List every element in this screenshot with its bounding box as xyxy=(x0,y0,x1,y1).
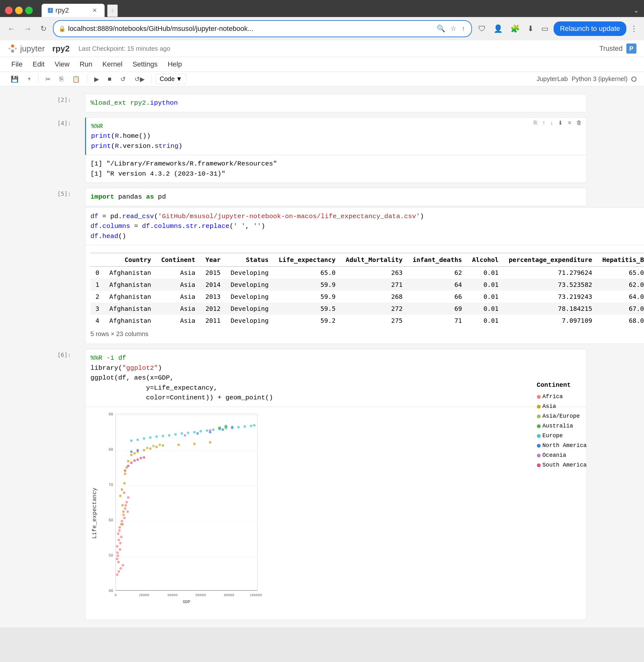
legend-australia: Australia xyxy=(537,422,586,430)
menu-file[interactable]: File xyxy=(7,59,26,70)
puzzle-icon[interactable]: 🧩 xyxy=(508,23,522,35)
refresh-button[interactable]: ↻ xyxy=(38,23,49,35)
save-button[interactable]: 💾 xyxy=(7,74,22,84)
cell-2-number: [2]: xyxy=(58,96,71,103)
new-tab-button[interactable]: + xyxy=(107,4,118,17)
download-icon[interactable]: ⬇ xyxy=(525,23,536,35)
td-3-year: 2012 xyxy=(200,303,226,315)
paste-button[interactable]: 📋 xyxy=(69,74,83,84)
browser-window: J rpy2 ✕ + ⌄ ← → ↻ 🔒 localhost:8889/note… xyxy=(0,0,644,40)
svg-point-98 xyxy=(127,465,130,467)
td-0-status: Developing xyxy=(226,267,274,279)
cell-copy-btn[interactable]: ⎘ xyxy=(532,119,539,127)
td-1-life: 59.9 xyxy=(274,279,341,291)
trusted-badge: Trusted xyxy=(599,44,623,53)
cell-2-magic: %load_ext rpy2. xyxy=(90,99,150,107)
svg-point-49 xyxy=(119,567,122,570)
svg-point-94 xyxy=(231,426,233,428)
svg-text:0: 0 xyxy=(115,593,117,597)
traffic-lights xyxy=(5,7,33,14)
cell-2-code[interactable]: %load_ext rpy2.ipython xyxy=(85,94,586,112)
maximize-button[interactable] xyxy=(25,7,33,14)
cell-4-number: [4]: xyxy=(58,120,71,127)
active-tab[interactable]: J rpy2 ✕ xyxy=(42,4,105,17)
browser-menu-icon[interactable]: ⋮ xyxy=(629,23,639,35)
menu-kernel[interactable]: Kernel xyxy=(99,59,127,70)
restart-button[interactable]: ↺ xyxy=(117,74,129,84)
cell-4-code[interactable]: ⎘ ↑ ↓ ⬇ ≡ 🗑 %%R print(R.home()) print(R.… xyxy=(85,117,586,155)
menu-view[interactable]: View xyxy=(51,59,73,70)
cell-5a-number: [5]: xyxy=(58,191,71,197)
cell-more-btn[interactable]: ≡ xyxy=(566,119,573,127)
svg-point-42 xyxy=(125,501,128,503)
minimize-button[interactable] xyxy=(15,7,23,14)
svg-point-50 xyxy=(122,564,124,567)
svg-text:40000: 40000 xyxy=(167,593,177,597)
svg-point-44 xyxy=(127,496,130,499)
jupyter-header: jupyter rpy2 Last Checkpoint: 15 minutes… xyxy=(0,40,644,57)
cell-download-btn[interactable]: ⬇ xyxy=(556,119,565,127)
menu-settings[interactable]: Settings xyxy=(129,59,162,70)
cell-type-selector[interactable]: Code ▼ xyxy=(156,74,186,84)
menu-edit[interactable]: Edit xyxy=(29,59,48,70)
scatter-svg: 40 50 60 70 80 90 xyxy=(100,411,264,606)
jupyter-app: jupyter rpy2 Last Checkpoint: 15 minutes… xyxy=(0,40,644,627)
menu-help[interactable]: Help xyxy=(164,59,186,70)
close-button[interactable] xyxy=(5,7,13,14)
relaunch-button[interactable]: Relaunch to update xyxy=(554,21,626,36)
notebook-name[interactable]: rpy2 xyxy=(52,44,70,53)
title-bar: J rpy2 ✕ + ⌄ xyxy=(0,0,644,17)
td-2-pct: 73.219243 xyxy=(504,291,597,303)
td-4-status: Developing xyxy=(226,315,274,327)
menu-run[interactable]: Run xyxy=(76,59,96,70)
svg-point-75 xyxy=(193,431,196,434)
restart-run-button[interactable]: ↺▶ xyxy=(131,74,148,84)
forward-button[interactable]: → xyxy=(21,23,34,35)
search-icon[interactable]: 🔍 xyxy=(435,23,446,34)
cell-5b-code[interactable]: df = pd.read_csv('GitHub/msusol/jupyter-… xyxy=(85,207,644,246)
svg-point-45 xyxy=(124,504,127,507)
checkpoint-text: Last Checkpoint: 15 minutes ago xyxy=(78,45,170,52)
svg-point-83 xyxy=(244,425,246,428)
jupyterlab-link[interactable]: JupyterLab xyxy=(536,75,568,83)
svg-point-86 xyxy=(155,435,158,438)
cell-5a-code[interactable]: import pandas as pd xyxy=(85,188,586,206)
copy-button[interactable]: ⎘ xyxy=(56,74,67,84)
svg-point-104 xyxy=(184,434,186,437)
as-kw: as xyxy=(146,193,154,200)
expand-icon[interactable]: ⌄ xyxy=(633,6,639,15)
add-cell-button[interactable]: + xyxy=(24,74,34,84)
svg-point-85 xyxy=(253,424,255,426)
td-2-hep: 64.0 xyxy=(597,291,644,303)
svg-point-91 xyxy=(196,432,199,435)
sidebar-icon[interactable]: ▭ xyxy=(539,23,551,35)
cut-button[interactable]: ✂ xyxy=(42,74,54,84)
svg-point-57 xyxy=(130,454,133,456)
extension-icon[interactable]: 🛡 xyxy=(476,23,488,35)
svg-point-77 xyxy=(206,429,208,432)
td-4-year: 2011 xyxy=(200,315,226,327)
jupyter-logo: jupyter xyxy=(7,44,45,53)
run-button[interactable]: ▶ xyxy=(91,74,102,84)
svg-point-73 xyxy=(181,432,183,435)
bookmark-icon[interactable]: ☆ xyxy=(449,23,458,34)
td-1-status: Developing xyxy=(226,279,274,291)
kernel-name: Python 3 (ipykernel) xyxy=(572,75,628,83)
cell-type-label: Code xyxy=(160,75,175,83)
share-icon[interactable]: ↑ xyxy=(460,23,466,34)
profiles-icon[interactable]: 👤 xyxy=(491,23,505,35)
cell-6-line3: y=Life_expectancy, xyxy=(90,383,581,393)
svg-point-0 xyxy=(11,44,14,48)
back-button[interactable]: ← xyxy=(5,23,18,35)
cell-4-toolbar: ⎘ ↑ ↓ ⬇ ≡ 🗑 xyxy=(532,119,584,127)
cell-up-btn[interactable]: ↑ xyxy=(540,119,547,127)
tab-close-icon[interactable]: ✕ xyxy=(91,6,98,15)
cell-delete-btn[interactable]: 🗑 xyxy=(574,119,584,127)
address-bar[interactable]: 🔒 localhost:8889/notebooks/GitHub/msusol… xyxy=(53,20,472,37)
stop-button[interactable]: ■ xyxy=(105,74,115,84)
dataframe-shape: 5 rows × 23 columns xyxy=(90,329,644,338)
cell-down-btn[interactable]: ↓ xyxy=(548,119,555,127)
cell-4-out1: [1] "/Library/Frameworks/R.framework/Res… xyxy=(90,159,581,169)
cell-6-code[interactable]: %%R -i df library("ggplot2") ggplot(df, … xyxy=(85,349,586,407)
svg-point-30 xyxy=(117,554,119,557)
